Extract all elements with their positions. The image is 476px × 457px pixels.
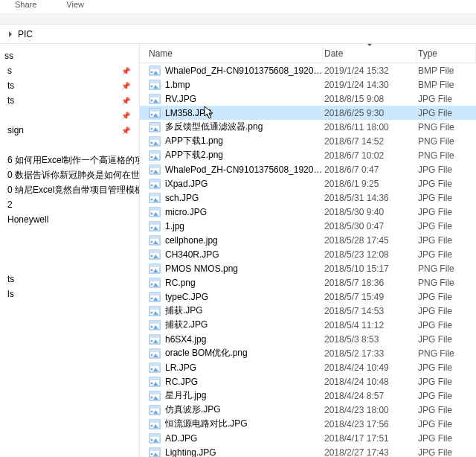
svg-rect-4: [149, 80, 160, 83]
file-name: 多反馈型低通滤波器.png: [165, 121, 263, 133]
sidebar-item[interactable]: 0 纳尼Excel竟然自带项目管理模板: [0, 182, 139, 197]
file-type: JPG File: [416, 320, 476, 330]
file-date: 2018/6/7 10:02: [323, 150, 416, 161]
file-name: micro.JPG: [165, 207, 207, 217]
sidebar-item[interactable]: sign📌: [0, 123, 139, 138]
file-row[interactable]: cellphone.jpg2018/5/28 17:45JPG File: [140, 233, 476, 247]
image-file-icon: [149, 320, 161, 330]
image-file-icon: [149, 348, 161, 359]
file-row[interactable]: WhalePod_ZH-CN9101375608_1920x1200.b...2…: [140, 63, 476, 77]
file-type: JPG File: [416, 447, 476, 458]
file-row[interactable]: CH340R.JPG2018/5/23 12:08JPG File: [140, 247, 476, 261]
file-type: PNG File: [416, 136, 476, 147]
svg-point-59: [151, 339, 153, 342]
sidebar-item[interactable]: ts📌: [0, 78, 139, 93]
file-name: h6SX4.jpg: [165, 334, 206, 345]
file-row[interactable]: WhalePod_ZH-CN9101375608_1920x1200.jpg20…: [140, 162, 476, 176]
file-row[interactable]: 捕获.JPG2018/5/7 14:53JPG File: [140, 304, 476, 318]
file-name: APP下载2.png: [165, 149, 223, 162]
image-file-icon: [149, 235, 161, 246]
file-row[interactable]: Lighting.JPG2018/2/27 17:43JPG File: [140, 445, 476, 457]
svg-rect-16: [149, 137, 160, 140]
file-type: JPG File: [416, 249, 476, 260]
file-row[interactable]: RC.png2018/5/7 18:36PNG File: [140, 275, 476, 290]
breadcrumb-folder[interactable]: PIC: [18, 29, 33, 39]
image-file-icon: [149, 377, 161, 387]
svg-point-35: [151, 226, 153, 228]
file-row[interactable]: h6SX4.jpg2018/5/3 8:53JPG File: [140, 332, 476, 346]
file-type: JPG File: [416, 419, 476, 429]
sidebar-item[interactable]: ls: [0, 287, 139, 301]
sidebar-item[interactable]: s📌: [0, 63, 139, 78]
image-file-icon: [149, 80, 161, 90]
header-type[interactable]: Type: [416, 44, 476, 63]
sidebar-item[interactable]: 📌: [0, 108, 139, 123]
sidebar-item[interactable]: 0 数据告诉你新冠肺炎是如何在世: [0, 167, 139, 182]
header-name[interactable]: Name: [140, 44, 323, 63]
file-date: 2018/5/30 0:47: [323, 221, 416, 231]
file-row[interactable]: RV.JPG2018/8/15 9:08JPG File: [140, 92, 476, 106]
sidebar-item[interactable]: [0, 242, 139, 257]
file-date: 2018/5/7 18:36: [323, 278, 416, 288]
file-row[interactable]: 1.bmp2019/1/24 14:30BMP File: [140, 77, 476, 92]
sidebar-item[interactable]: ts: [0, 272, 139, 287]
file-row[interactable]: RC.JPG2018/4/24 10:48JPG File: [140, 374, 476, 389]
svg-point-2: [151, 71, 153, 73]
file-type: JPG File: [416, 306, 476, 316]
sidebar-item-label: 2: [7, 199, 13, 210]
file-row[interactable]: typeC.JPG2018/5/7 15:49JPG File: [140, 290, 476, 304]
file-row[interactable]: 恒流源电路对比.JPG2018/4/23 17:56JPG File: [140, 417, 476, 431]
file-type: JPG File: [416, 164, 476, 175]
file-type: JPG File: [416, 377, 476, 387]
sidebar-item[interactable]: ts📌: [0, 93, 139, 108]
svg-rect-76: [149, 420, 160, 423]
tab-view[interactable]: View: [66, 0, 84, 9]
header-date[interactable]: Date: [323, 44, 416, 63]
image-file-icon: [149, 249, 161, 260]
file-type: PNG File: [416, 263, 476, 274]
tab-share[interactable]: Share: [15, 0, 36, 9]
svg-rect-13: [149, 123, 160, 126]
file-type: JPG File: [416, 391, 476, 401]
file-row[interactable]: LM358.JPG2018/6/25 9:30JPG File: [140, 106, 476, 120]
quick-access[interactable]: ss: [0, 48, 139, 63]
file-type: PNG File: [416, 122, 476, 132]
file-row[interactable]: oracle BOM优化.png2018/5/2 17:33PNG File: [140, 346, 476, 360]
breadcrumb[interactable]: PIC: [0, 25, 476, 44]
file-row[interactable]: 星月孔.jpg2018/4/24 8:57JPG File: [140, 389, 476, 403]
file-row[interactable]: 仿真波形.JPG2018/4/23 18:00JPG File: [140, 403, 476, 417]
svg-point-41: [151, 255, 153, 257]
svg-rect-43: [149, 264, 160, 267]
sidebar-item[interactable]: [0, 227, 139, 242]
sidebar-item[interactable]: 2: [0, 197, 139, 212]
svg-point-47: [151, 283, 153, 285]
chevron-right-icon[interactable]: [9, 31, 12, 37]
sidebar-item[interactable]: 6 如何用Excel制作一个高逼格的项: [0, 153, 139, 167]
file-row[interactable]: APP下载2.png2018/6/7 10:02PNG File: [140, 148, 476, 162]
file-date: 2018/4/17 17:51: [323, 433, 416, 444]
file-row[interactable]: PMOS NMOS.png2018/5/10 15:17PNG File: [140, 261, 476, 275]
file-row[interactable]: 1.jpg2018/5/30 0:47JPG File: [140, 219, 476, 233]
file-row[interactable]: 捕获2.JPG2018/5/4 11:12JPG File: [140, 318, 476, 332]
sidebar-item[interactable]: [0, 257, 139, 272]
file-row[interactable]: sch.JPG2018/5/31 14:36JPG File: [140, 191, 476, 205]
file-date: 2018/8/15 9:08: [323, 94, 416, 104]
file-row[interactable]: iXpad.JPG2018/6/1 9:25JPG File: [140, 176, 476, 191]
svg-point-68: [151, 382, 153, 384]
image-file-icon: [149, 292, 161, 302]
file-name: 仿真波形.JPG: [165, 403, 221, 416]
sidebar-item[interactable]: [0, 138, 139, 153]
file-row[interactable]: APP下载1.png2018/6/7 14:52PNG File: [140, 134, 476, 148]
file-row[interactable]: AD.JPG2018/4/17 17:51JPG File: [140, 431, 476, 445]
file-row[interactable]: 多反馈型低通滤波器.png2018/6/11 18:00PNG File: [140, 120, 476, 134]
svg-point-83: [151, 453, 153, 455]
svg-point-80: [151, 438, 153, 441]
sidebar-item[interactable]: Honeywell: [0, 212, 139, 227]
file-row[interactable]: micro.JPG2018/5/30 9:40JPG File: [140, 205, 476, 219]
file-row[interactable]: LR.JPG2018/4/24 10:49JPG File: [140, 360, 476, 374]
file-date: 2018/5/4 11:12: [323, 320, 416, 330]
file-list-pane: Name Date Type WhalePod_ZH-CN9101375608_…: [140, 44, 476, 457]
svg-point-14: [151, 127, 153, 130]
svg-point-62: [151, 354, 153, 356]
image-file-icon: [149, 263, 161, 274]
